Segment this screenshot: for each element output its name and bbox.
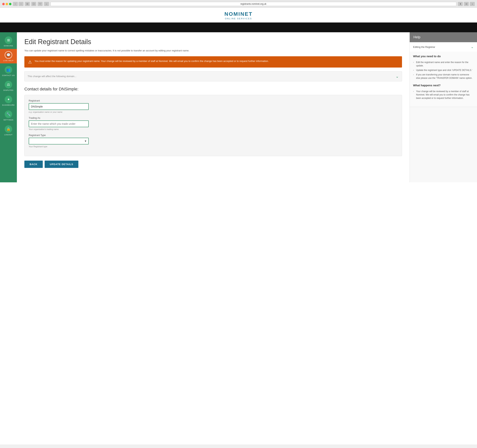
- nav-bar: [0, 23, 477, 32]
- registrant-type-select-wrapper: Individual Organisation Sole Trader Part…: [29, 138, 89, 145]
- disputes-icon: ⚖: [5, 81, 12, 88]
- update-details-button[interactable]: UPDATE DETAILS: [45, 161, 78, 168]
- intro-text: You can update your registrant name to c…: [24, 49, 402, 53]
- sidebar-item-domains-label: DOMAINS: [4, 45, 13, 47]
- trading-as-hint: Your organisation's trading name: [29, 128, 398, 130]
- domain-selector-chevron-icon: ⌄: [396, 74, 399, 79]
- help-panel: Help Editing the Registrar ⌄ What you ne…: [410, 32, 477, 182]
- sidebar-item-logout-label: LOGOUT: [4, 134, 12, 136]
- dashboard-icon: ✦: [5, 96, 12, 103]
- contact-section-title: Contact details for DNSimple:: [24, 87, 402, 91]
- help-accordion-section: Editing the Registrar ⌄ What you need to…: [410, 42, 477, 107]
- help-chevron-icon: ⌄: [471, 45, 474, 49]
- logo-sub: ONLINE SERVICES: [0, 18, 477, 20]
- registrant-group: Registrant e.g: organisation name or you…: [29, 99, 398, 113]
- registrant-input[interactable]: [29, 103, 89, 110]
- warning-alert: ⚠ You must enter the reason for updating…: [24, 56, 402, 67]
- browser-nav: ‹ ›: [13, 2, 24, 6]
- close-button[interactable]: [2, 3, 5, 5]
- sidebar-item-contact-label: CONTACT US: [2, 74, 15, 76]
- what-happens-title: What happens next?: [413, 84, 474, 87]
- window-icon[interactable]: ⊡: [464, 2, 469, 6]
- window-controls: [2, 3, 12, 5]
- help-list-item-2: Update the registrant type and click 'UP…: [413, 68, 474, 73]
- registrant-type-select[interactable]: Individual Organisation Sole Trader Part…: [29, 138, 89, 145]
- help-header: Help: [410, 32, 477, 42]
- sidebar-item-logout[interactable]: 🔒 LOGOUT: [0, 123, 17, 138]
- help-accordion-toggle[interactable]: Editing the Registrar ⌄: [410, 42, 477, 52]
- help-list-item-1: Edit the registrant name and enter the r…: [413, 60, 474, 68]
- shield-icon[interactable]: 🛡: [38, 2, 42, 6]
- logo-name: NOMINET: [0, 11, 477, 17]
- registrant-type-hint: Your Registrant type: [29, 145, 398, 148]
- home-button[interactable]: ⌂: [44, 2, 49, 6]
- trading-as-input[interactable]: [29, 121, 89, 127]
- help-list-item-3: If you are transferring your domain name…: [413, 73, 474, 80]
- sidebar-item-contact[interactable]: 👥 CONTACT US: [0, 64, 17, 78]
- registrant-label: Registrant: [29, 99, 398, 102]
- browser-chrome: ‹ › ⊟ ⓘ 🛡 ⌂ registrants.nominet.org.uk ⬆…: [0, 0, 477, 8]
- help-title: Help: [413, 35, 420, 39]
- livechat-icon: 💬: [5, 51, 12, 59]
- help-list-item-4: Your change will be reviewed by a member…: [413, 89, 474, 100]
- trading-as-group: Trading As Your organisation's trading n…: [29, 116, 398, 130]
- sidebar-item-settings[interactable]: 🔧 SETTINGS: [0, 108, 17, 123]
- back-button[interactable]: BACK: [24, 161, 43, 168]
- logout-icon: 🔒: [5, 125, 12, 133]
- registrant-type-label: Registrant Type: [29, 134, 398, 137]
- sidebar-item-dashboard[interactable]: ✦ DASHBOARD: [0, 93, 17, 108]
- info-button[interactable]: ⓘ: [31, 2, 36, 6]
- help-accordion-label: Editing the Registrar: [413, 46, 435, 48]
- content-area: Edit Registrant Details You can update y…: [17, 32, 410, 182]
- site-header: NOMINET ONLINE SERVICES: [0, 8, 477, 23]
- trading-as-label: Trading As: [29, 116, 398, 119]
- warning-icon: ⚠: [28, 60, 32, 65]
- what-you-need-list: Edit the registrant name and enter the r…: [413, 60, 474, 80]
- domains-icon: ⊞: [5, 36, 12, 44]
- sidebar-item-livechat-label: LIVE HELP: [3, 60, 14, 61]
- sidebar-item-disputes[interactable]: ⚖ DISPUTES: [0, 79, 17, 93]
- what-you-need-title: What you need to do: [413, 54, 474, 58]
- share-icon[interactable]: ⬆: [458, 2, 463, 6]
- back-nav-button[interactable]: ‹: [13, 2, 18, 6]
- sidebar-item-disputes-label: DISPUTES: [3, 89, 13, 91]
- page-wrapper: NOMINET ONLINE SERVICES ⊞ DOMAINS 💬 LIVE…: [0, 8, 477, 444]
- warning-text: You must enter the reason for updating y…: [35, 59, 269, 63]
- registrant-hint: e.g: organisation name or your name: [29, 111, 398, 113]
- sidebar-toggle-button[interactable]: ⊟: [25, 2, 30, 6]
- new-tab-icon[interactable]: ＋: [470, 2, 475, 6]
- registrant-type-group: Registrant Type Individual Organisation …: [29, 134, 398, 148]
- sidebar-item-domains[interactable]: ⊞ DOMAINS: [0, 34, 17, 48]
- sidebar-item-settings-label: SETTINGS: [3, 119, 13, 121]
- minimize-button[interactable]: [6, 3, 8, 5]
- button-row: BACK UPDATE DETAILS: [24, 161, 402, 168]
- settings-icon: 🔧: [5, 110, 12, 118]
- maximize-button[interactable]: [9, 3, 12, 5]
- sidebar-item-livechat[interactable]: 💬 LIVE HELP: [0, 49, 17, 63]
- main-layout: ⊞ DOMAINS 💬 LIVE HELP 👥 CONTACT US ⚖ DIS…: [0, 32, 477, 182]
- help-body: What you need to do Edit the registrant …: [410, 52, 477, 107]
- form-container: Registrant e.g: organisation name or you…: [24, 95, 402, 156]
- sidebar: ⊞ DOMAINS 💬 LIVE HELP 👥 CONTACT US ⚖ DIS…: [0, 32, 17, 182]
- sidebar-item-dashboard-label: DASHBOARD: [2, 104, 15, 106]
- forward-nav-button[interactable]: ›: [18, 2, 24, 6]
- page-title: Edit Registrant Details: [24, 38, 402, 46]
- contact-icon: 👥: [5, 66, 12, 73]
- domain-selector[interactable]: This change will affect the following do…: [24, 71, 402, 81]
- domain-selector-placeholder: This change will affect the following do…: [28, 75, 77, 78]
- what-happens-list: Your change will be reviewed by a member…: [413, 89, 474, 100]
- address-bar[interactable]: registrants.nominet.org.uk: [50, 2, 456, 6]
